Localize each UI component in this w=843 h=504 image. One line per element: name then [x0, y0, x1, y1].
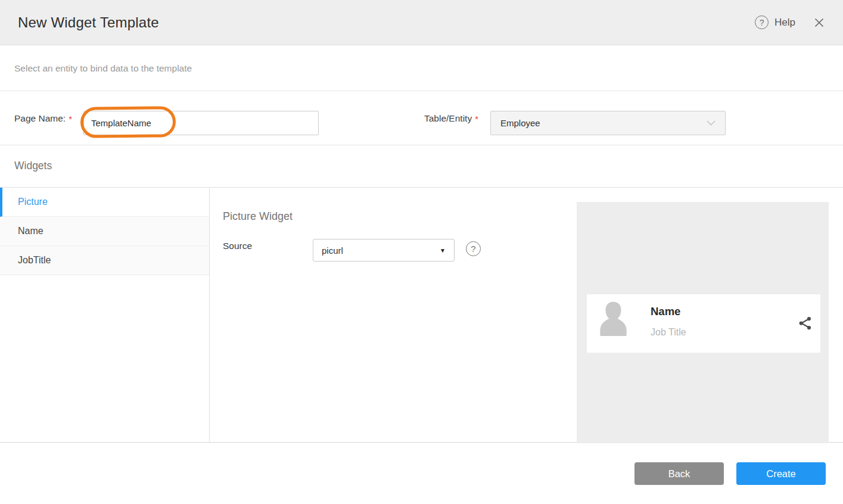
source-select-value: picurl: [322, 245, 343, 256]
create-button[interactable]: Create: [736, 462, 826, 485]
share-icon: [798, 316, 813, 331]
help-icon[interactable]: ?: [755, 15, 769, 29]
widgets-content: Picture Name JobTitle Picture Widget Sou…: [0, 187, 843, 443]
required-asterisk: *: [475, 114, 478, 124]
page-name-input[interactable]: [83, 111, 319, 135]
editor-heading: Picture Widget: [223, 210, 293, 223]
sidebar-item-label: Picture: [18, 197, 48, 207]
help-label[interactable]: Help: [774, 17, 795, 29]
table-entity-label: Table/Entity *: [424, 91, 478, 146]
subtitle-bar: Select an entity to bind data to the tem…: [0, 46, 843, 91]
chevron-down-icon: [707, 120, 716, 126]
source-label: Source: [223, 241, 252, 251]
source-help-button[interactable]: ?: [466, 241, 481, 256]
source-select[interactable]: picurl ▼: [313, 239, 455, 262]
widget-list-sidebar: Picture Name JobTitle: [0, 188, 210, 442]
preview-name: Name: [651, 305, 686, 318]
help-button[interactable]: ? Help: [755, 15, 795, 29]
page-name-label: Page Name: *: [14, 91, 72, 146]
sidebar-item-jobtitle[interactable]: JobTitle: [0, 246, 209, 275]
widget-editor-panel: Picture Widget Source picurl ▼ ? Name: [210, 188, 843, 442]
sidebar-item-picture[interactable]: Picture: [0, 188, 209, 217]
table-entity-dropdown[interactable]: Employee: [490, 111, 726, 135]
back-button[interactable]: Back: [634, 462, 724, 485]
dropdown-arrow-icon: ▼: [440, 247, 446, 254]
preview-card: Name Job Title: [587, 294, 820, 353]
required-asterisk: *: [69, 114, 72, 124]
dialog-header: New Widget Template ? Help: [0, 0, 843, 45]
sidebar-item-label: Name: [18, 226, 43, 237]
widgets-heading: Widgets: [14, 160, 52, 172]
preview-job-title: Job Title: [651, 327, 686, 338]
new-widget-template-dialog: New Widget Template ? Help Select an ent…: [0, 0, 843, 504]
table-entity-value: Employee: [500, 118, 540, 128]
subtitle-text: Select an entity to bind data to the tem…: [14, 63, 192, 74]
binding-form-row: Page Name: * Table/Entity * Employee: [0, 91, 843, 145]
sidebar-item-label: JobTitle: [18, 255, 51, 266]
question-circle-icon[interactable]: ?: [466, 241, 481, 256]
person-silhouette-icon: [600, 301, 627, 338]
close-icon[interactable]: [813, 17, 825, 29]
widget-preview-panel: Name Job Title: [577, 202, 829, 443]
page-title: New Widget Template: [18, 14, 159, 31]
sidebar-item-name[interactable]: Name: [0, 217, 209, 246]
preview-card-texts: Name Job Title: [651, 305, 686, 338]
